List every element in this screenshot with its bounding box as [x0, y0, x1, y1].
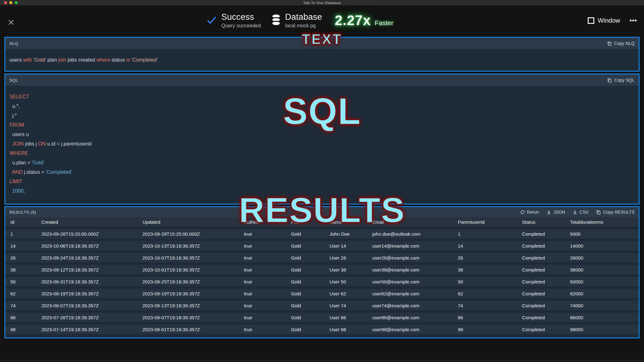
table-cell: 2023-10-01T19:18:39.357Z [137, 264, 239, 276]
database-name: local mock pg [285, 23, 322, 29]
table-cell: true [239, 252, 286, 264]
table-cell: 2023-09-01T19:18:39.357Z [137, 323, 239, 335]
sql-token: ON [38, 141, 46, 146]
table-cell: 98 [453, 323, 517, 335]
table-cell: 2023-09-19T19:18:39.357Z [137, 288, 239, 299]
table-cell: 2023-10-06T19:18:39.357Z [36, 240, 137, 252]
nlq-token: jobs created [66, 57, 96, 63]
sql-line: LIMIT [9, 177, 635, 186]
table-cell: 62000 [565, 288, 639, 299]
table-cell: user26@example.com [367, 252, 453, 264]
table-cell: Gold [286, 252, 325, 264]
table-cell: true [239, 264, 286, 276]
table-cell: Gold [286, 264, 325, 276]
check-icon [206, 14, 217, 27]
download-csv-label: CSV [580, 210, 589, 215]
traffic-light-close[interactable] [4, 1, 7, 4]
table-cell: Gold [286, 311, 325, 323]
sql-panel-header: SQL Copy SQL [5, 74, 639, 86]
sql-token: SELECT [9, 94, 29, 99]
column-header: Created [36, 217, 137, 228]
table-row: 262023-09-24T19:18:39.357Z2023-10-07T19:… [5, 252, 639, 264]
sql-token: WHERE [9, 151, 28, 156]
annotation-sql-label: SQL [283, 90, 361, 133]
table-cell: 26 [5, 252, 36, 264]
more-menu-icon[interactable]: ••• [630, 17, 637, 24]
table-cell: 86 [453, 311, 517, 323]
copy-results-label: Copy RESULTS [603, 210, 635, 215]
close-icon[interactable]: ✕ [8, 19, 15, 27]
sql-token: u.plan = [9, 160, 32, 165]
sql-token: 1000; [12, 188, 25, 194]
download-csv-button[interactable]: CSV [573, 210, 589, 215]
results-actions: Rerun JSON CSV Copy RESULTS [520, 210, 635, 215]
table-cell: 2023-07-14T19:18:39.357Z [36, 323, 137, 335]
copy-nlq-button[interactable]: Copy NLQ [607, 41, 635, 46]
traffic-lights [4, 1, 18, 4]
table-cell: 26000 [565, 252, 639, 264]
table-cell: 1 [453, 228, 517, 240]
table-cell: user86@example.com [367, 311, 453, 323]
window-title: Talk To Your Database [303, 1, 341, 5]
table-cell: true [239, 240, 286, 252]
table-row: 622023-08-19T19:18:39.357Z2023-09-19T19:… [5, 288, 639, 299]
database-info: Database local mock pg [271, 13, 322, 28]
table-cell: 2023-08-31T19:18:39.357Z [36, 276, 137, 288]
table-cell: 98000 [565, 323, 639, 335]
table-cell: 2023-09-07T19:18:39.357Z [137, 311, 239, 323]
table-cell: 62 [453, 288, 517, 299]
sql-token: FROM [9, 122, 24, 128]
table-cell: User 14 [325, 240, 367, 252]
table-cell: User 62 [325, 288, 367, 299]
table-cell: 86 [5, 311, 36, 323]
sql-token [9, 141, 12, 146]
table-cell: 98 [5, 323, 36, 335]
table-cell: 62 [5, 288, 36, 299]
traffic-light-zoom[interactable] [15, 1, 18, 4]
table-cell: Completed [517, 288, 565, 299]
table-cell: Completed [517, 323, 565, 335]
nlq-token: join [58, 57, 66, 63]
window-button-label: Window [598, 17, 620, 24]
sql-line: AND j.status = 'Completed' [9, 167, 635, 177]
sql-line: JOIN jobs j ON u.id = j.parentuserid [9, 139, 635, 149]
column-header: Totaldurationms [565, 217, 639, 228]
traffic-light-minimize[interactable] [9, 1, 12, 4]
table-cell: 38000 [565, 264, 639, 276]
rerun-label: Rerun [527, 210, 539, 215]
table-cell: user14@example.com [367, 240, 453, 252]
status-subtitle: Query succeeded [221, 23, 261, 29]
table-cell: user38@example.com [367, 264, 453, 276]
download-icon [547, 210, 551, 215]
copy-sql-button[interactable]: Copy SQL [607, 78, 635, 83]
header-controls: Window ••• [588, 5, 637, 36]
table-cell: Completed [517, 276, 565, 288]
nlq-panel-title: NLQ [9, 41, 19, 46]
download-json-button[interactable]: JSON [547, 210, 565, 215]
rerun-button[interactable]: Rerun [520, 210, 539, 215]
table-cell: Gold [286, 323, 325, 335]
table-cell: true [239, 311, 286, 323]
sql-token: 'Completed' [46, 169, 72, 175]
window-icon [588, 17, 594, 24]
window-button[interactable]: Window [588, 17, 620, 24]
app-header: ✕ Success Query succeeded [0, 5, 644, 36]
sql-token [9, 169, 12, 175]
table-cell: 38 [453, 264, 517, 276]
table-cell: 50000 [565, 276, 639, 288]
table-row: 382023-09-12T19:18:39.357Z2023-10-01T19:… [5, 264, 639, 276]
sql-token: JOIN [12, 141, 24, 146]
table-cell: 2023-09-24T19:18:39.357Z [36, 252, 137, 264]
sql-panel-title: SQL [9, 78, 18, 83]
copy-sql-label: Copy SQL [614, 78, 635, 83]
database-title: Database [285, 13, 322, 22]
results-panel-title: RESULTS (9) [9, 210, 36, 215]
table-cell: 2023-07-26T19:18:39.357Z [36, 311, 137, 323]
table-cell: true [239, 288, 286, 299]
table-cell: user74@example.com [367, 299, 453, 311]
table-cell: User 26 [325, 252, 367, 264]
query-status: Success Query succeeded [206, 13, 261, 28]
copy-nlq-label: Copy NLQ [614, 41, 635, 46]
table-cell: 2023-08-07T19:18:39.357Z [36, 299, 137, 311]
copy-results-button[interactable]: Copy RESULTS [596, 210, 635, 215]
